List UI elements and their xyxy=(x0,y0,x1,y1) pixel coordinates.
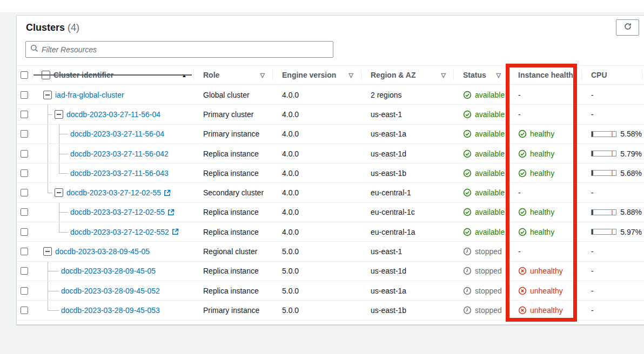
check-circle-icon xyxy=(518,208,527,216)
status-cell: available xyxy=(453,105,508,124)
sort-icon[interactable]: ▽ xyxy=(349,72,353,79)
cluster-identifier-link[interactable]: docdb-2023-03-27-11-56-04 xyxy=(70,125,164,144)
table-row: docdb-2023-03-27-11-56-04Primary cluster… xyxy=(17,105,644,124)
cluster-identifier-text: docdb-2023-03-27-12-02-552 xyxy=(70,228,169,236)
clock-icon xyxy=(463,247,472,256)
column-header-role[interactable]: Role ▽ xyxy=(193,66,272,84)
status-label: available xyxy=(475,130,505,138)
row-checkbox[interactable] xyxy=(21,130,28,138)
cluster-identifier-text: docdb-2023-03-27-12-02-55 xyxy=(66,188,161,197)
row-checkbox[interactable] xyxy=(21,169,28,177)
cluster-identifier-link[interactable]: docdb-2023-03-28-09-45-05 xyxy=(61,262,156,281)
page-title: Clusters (4) xyxy=(26,22,79,33)
role-cell: Primary instance xyxy=(193,125,272,144)
cluster-identifier-link[interactable]: docdb-2023-03-27-11-56-043 xyxy=(70,164,169,182)
cluster-identifier-link[interactable]: docdb-2023-03-27-12-02-552 xyxy=(70,222,179,241)
column-header-instance-health: Instance health xyxy=(508,66,581,84)
cluster-identifier-link[interactable]: docdb-2023-03-28-09-45-052 xyxy=(61,281,160,300)
top-strip xyxy=(0,0,644,12)
select-all-checkbox[interactable] xyxy=(21,71,28,79)
check-circle-icon xyxy=(518,130,527,138)
refresh-button[interactable] xyxy=(616,19,639,36)
tree-branch-stub xyxy=(48,271,59,271)
tree-branch-stub xyxy=(48,291,59,291)
row-checkbox[interactable] xyxy=(21,111,28,118)
row-checkbox[interactable] xyxy=(21,307,28,314)
cpu-empty: - xyxy=(591,188,594,197)
collapse-row-icon[interactable] xyxy=(43,91,52,99)
filter-input[interactable] xyxy=(42,45,328,54)
status-label: available xyxy=(475,110,505,119)
region-az-cell: us-east-1d xyxy=(361,144,453,163)
cluster-identifier-text: iad-fra-global-cluster xyxy=(55,91,124,99)
row-checkbox[interactable] xyxy=(21,228,28,236)
status-label: available xyxy=(475,91,505,99)
extra-cell xyxy=(642,301,644,319)
table-row: iad-fra-global-clusterGlobal cluster4.0.… xyxy=(17,85,644,105)
role-cell: Primary instance xyxy=(193,301,272,319)
status-cell: available xyxy=(453,125,508,144)
tree-branch-stub xyxy=(59,232,68,233)
cluster-identifier-link[interactable]: docdb-2023-03-27-11-56-042 xyxy=(70,144,169,163)
collapse-row-icon[interactable] xyxy=(43,247,52,256)
health-label: healthy xyxy=(530,228,554,236)
extra-cell xyxy=(642,144,644,163)
row-checkbox[interactable] xyxy=(21,287,28,295)
cluster-identifier-text: docdb-2023-03-27-11-56-04 xyxy=(70,130,164,138)
column-header-engine-version[interactable]: Engine version ▽ xyxy=(272,66,361,84)
collapse-row-icon[interactable] xyxy=(55,110,63,119)
status-label: available xyxy=(475,228,505,236)
tree-branch-line xyxy=(59,164,59,173)
cpu-usage-bar xyxy=(591,151,616,156)
row-checkbox[interactable] xyxy=(21,208,28,216)
tree-guide-line xyxy=(48,164,48,182)
collapse-row-icon[interactable] xyxy=(55,188,63,197)
cluster-identifier-link[interactable]: iad-fra-global-cluster xyxy=(55,85,124,104)
cluster-identifier-link[interactable]: docdb-2023-03-28-09-45-05 xyxy=(55,242,150,261)
cluster-identifier-link[interactable]: docdb-2023-03-27-12-02-55 xyxy=(66,183,171,202)
sort-icon[interactable]: ▽ xyxy=(260,72,265,79)
cluster-identifier-text: docdb-2023-03-27-11-56-04 xyxy=(66,110,160,119)
extra-cell xyxy=(642,262,644,281)
collapse-all-icon[interactable] xyxy=(42,71,50,79)
row-checkbox[interactable] xyxy=(21,267,28,275)
cluster-identifier-link[interactable]: docdb-2023-03-28-09-45-053 xyxy=(61,301,160,319)
extra-cell xyxy=(642,281,644,300)
table-row: docdb-2023-03-27-11-56-043Replica instan… xyxy=(17,164,644,183)
status-cell: stopped xyxy=(453,281,508,300)
cpu-cell: 5.88% xyxy=(581,203,642,222)
tree-branch-stub xyxy=(59,154,68,154)
external-link-icon xyxy=(167,209,175,216)
health-empty: - xyxy=(518,247,521,256)
row-checkbox[interactable] xyxy=(21,150,28,158)
status-label: stopped xyxy=(475,287,502,295)
row-checkbox[interactable] xyxy=(21,91,28,99)
engine-version-cell: 4.0.0 xyxy=(272,144,361,163)
sort-icon[interactable]: ▽ xyxy=(497,72,501,79)
status-cell: available xyxy=(453,144,508,163)
cluster-identifier-link[interactable]: docdb-2023-03-27-12-02-55 xyxy=(70,203,175,222)
column-header-status[interactable]: Status ▽ xyxy=(453,66,508,84)
table-row: docdb-2023-03-27-11-56-04Primary instanc… xyxy=(17,125,644,144)
extra-cell xyxy=(642,164,644,182)
cluster-identifier-link[interactable]: docdb-2023-03-27-11-56-04 xyxy=(66,105,160,124)
row-checkbox[interactable] xyxy=(21,189,28,196)
region-az-cell: us-east-1b xyxy=(361,164,453,182)
cpu-usage-bar xyxy=(591,229,616,235)
region-az-cell: us-east-1a xyxy=(361,281,453,300)
cluster-identifier-text: docdb-2023-03-28-09-45-053 xyxy=(61,306,160,315)
check-circle-icon xyxy=(463,149,472,158)
table-row: docdb-2023-03-27-11-56-042Replica instan… xyxy=(17,144,644,164)
sort-icon[interactable]: ▽ xyxy=(441,72,446,79)
tree-branch-stub xyxy=(48,114,52,115)
cluster-identifier-text: docdb-2023-03-28-09-45-05 xyxy=(55,247,150,256)
cpu-usage-bar xyxy=(591,209,616,215)
status-cell: stopped xyxy=(453,301,508,319)
region-az-cell: us-east-1 xyxy=(361,242,453,261)
column-header-region-az[interactable]: Region & AZ ▽ xyxy=(361,66,453,84)
column-header-cpu: CPU xyxy=(581,66,642,84)
cpu-cell: - xyxy=(581,85,642,104)
row-checkbox[interactable] xyxy=(21,248,28,255)
column-header-cluster-identifier[interactable]: Cluster identifier ▲ xyxy=(32,66,193,84)
status-label: stopped xyxy=(475,247,502,256)
